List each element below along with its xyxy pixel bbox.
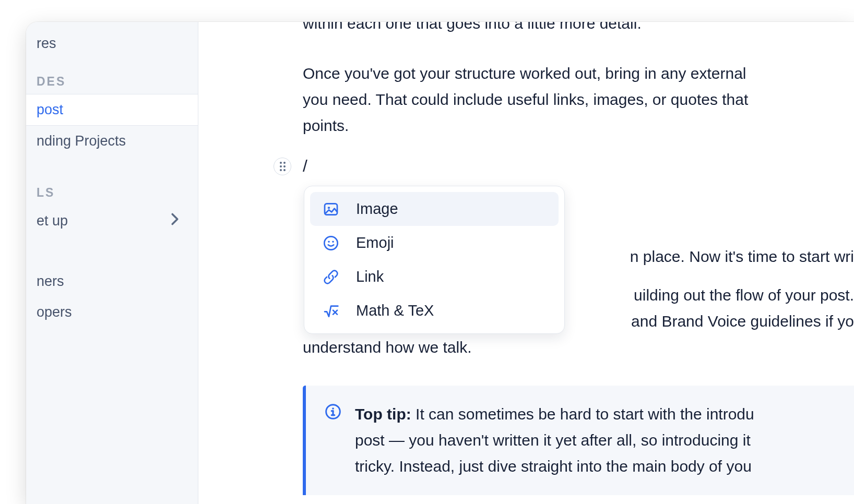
image-icon — [323, 201, 339, 218]
menu-item-label: Emoji — [356, 234, 394, 251]
menu-item-math[interactable]: Math & TeX — [310, 294, 559, 328]
sidebar-item-label: ners — [37, 273, 64, 290]
drag-handle-icon — [280, 162, 286, 171]
sidebar-section-ls: LS — [26, 157, 198, 205]
menu-item-label: Image — [356, 200, 398, 218]
callout-tip: Top tip: It can sometimes be hard to sta… — [303, 386, 854, 495]
sidebar-section-guides: DES — [26, 59, 198, 94]
svg-point-1 — [332, 407, 334, 410]
callout-text: Top tip: It can sometimes be hard to sta… — [355, 401, 754, 479]
sidebar-item-label: et up — [37, 213, 68, 229]
slash-command-line[interactable]: / — [303, 157, 854, 176]
menu-item-link[interactable]: Link — [310, 260, 559, 294]
sidebar-item-label: res — [37, 35, 56, 52]
menu-item-emoji[interactable]: Emoji — [310, 226, 559, 260]
slash-command-menu[interactable]: Image Emoji — [304, 186, 565, 334]
svg-point-5 — [328, 241, 329, 242]
sidebar-item-setup[interactable]: et up — [26, 205, 198, 237]
slash-input[interactable]: / — [303, 157, 307, 176]
sidebar-item-label: nding Projects — [37, 133, 126, 149]
sidebar-item-ners[interactable]: ners — [26, 266, 198, 297]
paragraph-1: Once you've got your structure worked ou… — [303, 61, 854, 139]
sidebar-item-post[interactable]: post — [26, 94, 198, 126]
sidebar-item-res[interactable]: res — [26, 28, 198, 59]
callout-title: Top tip: — [355, 405, 411, 423]
math-icon — [323, 303, 339, 319]
sidebar-item-label: post — [37, 102, 63, 118]
svg-point-4 — [324, 236, 337, 249]
link-icon — [323, 269, 339, 285]
menu-item-label: Link — [356, 268, 384, 285]
sidebar: res DES post nding Projects LS et up ner… — [26, 22, 198, 504]
menu-item-label: Math & TeX — [356, 302, 434, 319]
sidebar-item-label: opers — [37, 304, 72, 320]
main-content: within each one that goes into a little … — [198, 22, 854, 504]
svg-point-6 — [332, 241, 334, 242]
sidebar-item-projects[interactable]: nding Projects — [26, 126, 198, 157]
svg-point-3 — [328, 207, 330, 209]
info-icon — [325, 403, 341, 479]
emoji-icon — [323, 235, 339, 251]
menu-item-image[interactable]: Image — [310, 192, 559, 226]
sidebar-item-opers[interactable]: opers — [26, 297, 198, 328]
drag-handle[interactable] — [274, 158, 291, 175]
chevron-right-icon — [171, 212, 179, 230]
window-frame: res DES post nding Projects LS et up ner… — [26, 22, 854, 504]
paragraph-cut: within each one that goes into a little … — [303, 22, 854, 37]
